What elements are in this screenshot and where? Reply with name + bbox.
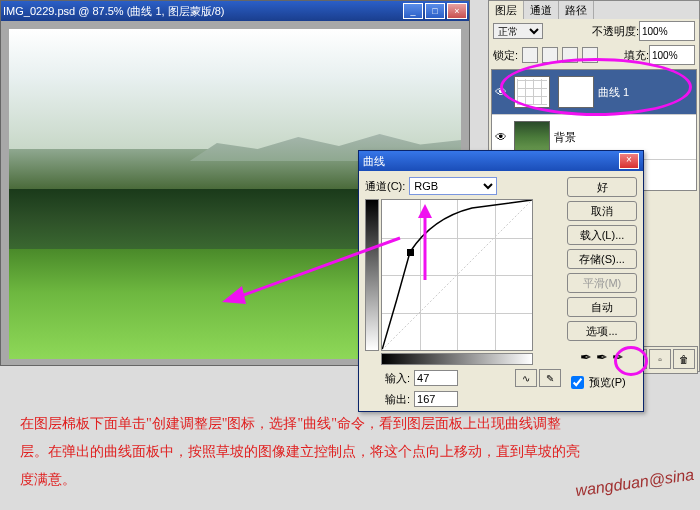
visibility-icon[interactable]: 👁	[492, 85, 510, 99]
tab-layers[interactable]: 图层	[489, 1, 524, 19]
doc-title: IMG_0229.psd @ 87.5% (曲线 1, 图层蒙版/8)	[3, 4, 224, 19]
pencil-mode-icon[interactable]: ✎	[539, 369, 561, 387]
visibility-icon[interactable]: 👁	[492, 130, 510, 144]
input-label: 输入:	[385, 371, 410, 386]
opacity-field[interactable]	[639, 21, 695, 41]
close-icon[interactable]: ×	[619, 153, 639, 169]
fill-label: 填充:	[624, 49, 649, 61]
tab-channels[interactable]: 通道	[524, 1, 559, 19]
lock-all-icon[interactable]	[582, 47, 598, 63]
white-eyedropper-icon[interactable]: ✒	[612, 349, 624, 365]
opacity-label: 不透明度:	[592, 25, 639, 37]
channel-label: 通道(C):	[365, 179, 405, 194]
layer-name: 曲线 1	[598, 85, 629, 100]
curve-control-point[interactable]	[407, 249, 414, 256]
new-layer-icon[interactable]: ▫	[649, 349, 671, 369]
save-button[interactable]: 存储(S)...	[567, 249, 637, 269]
curve-mode-icon[interactable]: ∿	[515, 369, 537, 387]
preview-checkbox[interactable]	[571, 376, 584, 389]
layer-row-curves[interactable]: 👁 曲线 1	[492, 70, 696, 115]
preview-label: 预览(P)	[589, 375, 626, 390]
trash-icon[interactable]: 🗑	[673, 349, 695, 369]
blend-mode-select[interactable]: 正常	[493, 23, 543, 39]
instruction-text: 在图层棉板下面单击"创建调整层"图标，选择"曲线"命令，看到图层面板上出现曲线调…	[20, 410, 580, 494]
layer-thumb-bg[interactable]	[514, 121, 550, 153]
curves-dialog: 曲线 × 通道(C): RGB 输入:	[358, 150, 644, 412]
lock-label: 锁定:	[493, 48, 518, 63]
black-eyedropper-icon[interactable]: ✒	[580, 349, 592, 365]
gray-eyedropper-icon[interactable]: ✒	[596, 349, 608, 365]
input-field[interactable]	[414, 370, 458, 386]
minimize-button[interactable]: _	[403, 3, 423, 19]
maximize-button[interactable]: □	[425, 3, 445, 19]
curves-graph[interactable]	[381, 199, 533, 351]
horizontal-gradient	[381, 353, 533, 365]
lock-paint-icon[interactable]	[542, 47, 558, 63]
close-button[interactable]: ×	[447, 3, 467, 19]
vertical-gradient	[365, 199, 379, 351]
output-label: 输出:	[385, 392, 410, 407]
output-field[interactable]	[414, 391, 458, 407]
watermark: wangduan@sina	[574, 466, 695, 500]
smooth-button[interactable]: 平滑(M)	[567, 273, 637, 293]
channel-select[interactable]: RGB	[409, 177, 497, 195]
load-button[interactable]: 载入(L)...	[567, 225, 637, 245]
doc-titlebar: IMG_0229.psd @ 87.5% (曲线 1, 图层蒙版/8) _ □ …	[1, 1, 469, 21]
cancel-button[interactable]: 取消	[567, 201, 637, 221]
svg-line-0	[382, 200, 532, 350]
ok-button[interactable]: 好	[567, 177, 637, 197]
fill-field[interactable]	[649, 45, 695, 65]
tab-paths[interactable]: 路径	[559, 1, 594, 19]
layer-name: 背景	[554, 130, 576, 145]
lock-transparency-icon[interactable]	[522, 47, 538, 63]
options-button[interactable]: 选项...	[567, 321, 637, 341]
layer-thumb-curves[interactable]	[514, 76, 550, 108]
lock-position-icon[interactable]	[562, 47, 578, 63]
auto-button[interactable]: 自动	[567, 297, 637, 317]
curves-title: 曲线	[363, 154, 385, 169]
layer-mask-thumb[interactable]	[558, 76, 594, 108]
